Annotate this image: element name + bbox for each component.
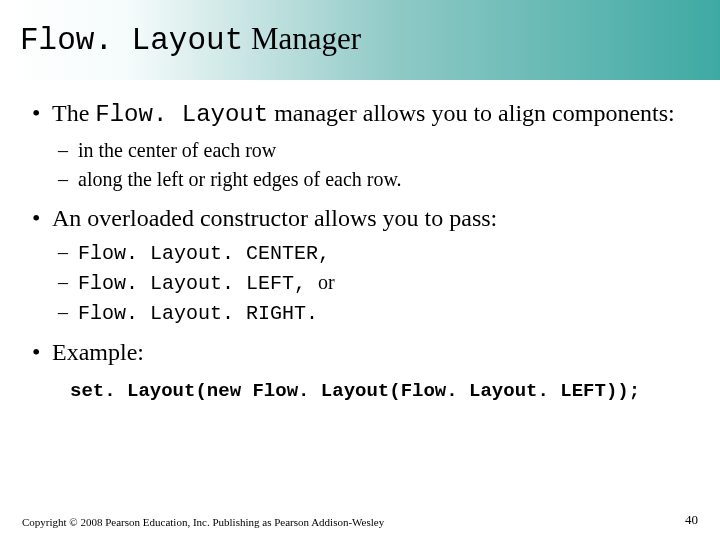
example-code: set. Layout(new Flow. Layout(Flow. Layou… (70, 380, 690, 402)
bullet-1-sub-2: along the left or right edges of each ro… (78, 166, 690, 193)
bullet-1-post: manager allows you to align components: (268, 100, 675, 126)
bullet-3: Example: (52, 337, 690, 368)
bullet-2: An overloaded constructor allows you to … (52, 203, 690, 328)
bullet-2-sub-2-tail: or (318, 271, 335, 293)
slide: Flow. Layout Manager The Flow. Layout ma… (0, 0, 720, 540)
bullet-1-code: Flow. Layout (95, 101, 268, 128)
bullet-2-sub-2: Flow. Layout. LEFT, or (78, 269, 690, 297)
title-text: Manager (243, 21, 361, 56)
bullet-2-sub-3: Flow. Layout. RIGHT. (78, 299, 690, 327)
bullet-2-sub-1: Flow. Layout. CENTER, (78, 239, 690, 267)
content-area: The Flow. Layout manager allows you to a… (0, 80, 720, 402)
bullet-2-sub-3-code: Flow. Layout. RIGHT. (78, 302, 318, 325)
bullet-2-text: An overloaded constructor allows you to … (52, 205, 497, 231)
bullet-2-sub-2-code: Flow. Layout. LEFT, (78, 272, 318, 295)
bullet-2-sublist: Flow. Layout. CENTER, Flow. Layout. LEFT… (52, 239, 690, 327)
title-band: Flow. Layout Manager (0, 0, 720, 80)
footer: Copyright © 2008 Pearson Education, Inc.… (22, 516, 698, 528)
title-code: Flow. Layout (20, 23, 243, 58)
bullet-2-sub-1-code: Flow. Layout. CENTER, (78, 242, 330, 265)
bullet-1-sublist: in the center of each row along the left… (52, 137, 690, 193)
bullet-1-sub-1: in the center of each row (78, 137, 690, 164)
page-number: 40 (685, 512, 698, 528)
slide-title: Flow. Layout Manager (20, 22, 720, 58)
bullet-1-pre: The (52, 100, 95, 126)
copyright-text: Copyright © 2008 Pearson Education, Inc.… (22, 516, 384, 528)
bullet-1: The Flow. Layout manager allows you to a… (52, 98, 690, 193)
bullet-list: The Flow. Layout manager allows you to a… (30, 98, 690, 368)
